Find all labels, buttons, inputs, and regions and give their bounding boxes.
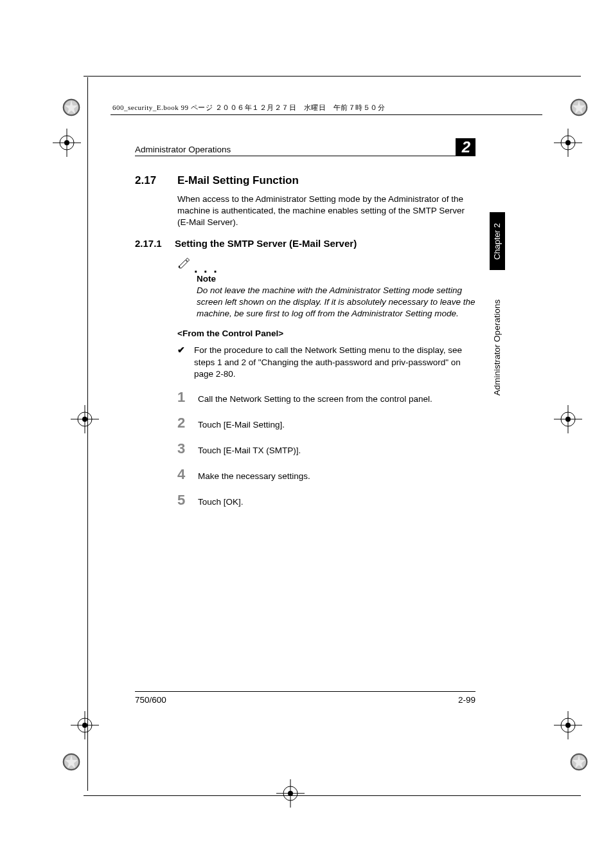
step-number: 2	[177, 415, 198, 431]
source-file-line: 600_security_E.book 99 ページ ２００６年１２月２７日 水…	[112, 103, 385, 113]
step-number: 1	[177, 389, 198, 406]
step-number: 5	[177, 492, 198, 509]
source-file-rule	[111, 114, 542, 115]
subsection-number: 2.17.1	[135, 238, 167, 249]
step-text: Touch [E-Mail TX (SMTP)].	[198, 445, 301, 455]
side-chapter-label: Chapter 2	[493, 222, 502, 259]
svg-point-31	[565, 723, 571, 728]
svg-point-35	[288, 791, 293, 796]
registration-target-icon	[71, 405, 99, 433]
step-text: Make the necessary settings.	[198, 471, 310, 481]
note-label: Note	[197, 274, 475, 284]
registration-target-icon	[71, 711, 99, 739]
check-text: For the procedure to call the Network Se…	[194, 345, 475, 380]
registration-target-icon	[554, 405, 582, 433]
svg-point-19	[82, 417, 87, 422]
registration-target-icon	[554, 711, 582, 739]
page-content: Administrator Operations 2 2.17 E-Mail S…	[135, 136, 475, 518]
page-footer: 750/600 2-99	[135, 691, 475, 705]
registration-target-icon	[53, 129, 81, 157]
section-heading: 2.17 E-Mail Setting Function	[135, 174, 475, 187]
crop-frame-top	[84, 76, 581, 77]
registration-star-icon	[62, 752, 81, 772]
step-row: 2 Touch [E-Mail Setting].	[177, 415, 475, 431]
svg-point-15	[565, 140, 571, 145]
registration-target-icon	[276, 779, 305, 808]
step-number: 3	[177, 440, 198, 457]
section-title: E-Mail Setting Function	[177, 174, 299, 187]
step-row: 5 Touch [OK].	[177, 492, 475, 509]
header-title: Administrator Operations	[135, 145, 231, 154]
step-row: 3 Touch [E-Mail TX (SMTP)].	[177, 440, 475, 457]
step-number: 4	[177, 466, 198, 483]
side-chapter-tab: Chapter 2	[490, 212, 505, 270]
step-row: 4 Make the necessary settings.	[177, 466, 475, 483]
registration-star-icon	[62, 98, 81, 117]
subsection-title: Setting the SMTP Server (E-Mail Server)	[175, 238, 357, 249]
check-item: ✔ For the procedure to call the Network …	[177, 345, 475, 380]
note-block: . . . Note Do not leave the machine with…	[177, 257, 475, 320]
registration-target-icon	[554, 129, 582, 157]
registration-star-icon	[569, 752, 589, 772]
procedure-subhead: <From the Control Panel>	[177, 329, 475, 338]
note-icon	[177, 257, 191, 273]
note-dots: . . .	[194, 265, 218, 271]
section-intro: When access to the Administrator Setting…	[177, 194, 475, 229]
svg-point-23	[565, 417, 571, 422]
footer-model: 750/600	[135, 695, 166, 705]
registration-star-icon	[569, 98, 589, 117]
svg-point-11	[64, 140, 69, 145]
footer-page-number: 2-99	[458, 695, 475, 705]
crop-frame-bottom	[84, 795, 581, 796]
step-text: Call the Network Setting to the screen f…	[198, 393, 432, 404]
step-text: Touch [E-Mail Setting].	[198, 419, 285, 429]
step-text: Touch [OK].	[198, 496, 244, 507]
section-number: 2.17	[135, 174, 167, 187]
check-icon: ✔	[177, 345, 194, 380]
side-section-label: Administrator Operations	[490, 283, 505, 411]
page-header: Administrator Operations 2	[135, 136, 475, 156]
step-row: 1 Call the Network Setting to the screen…	[177, 389, 475, 406]
svg-point-27	[82, 723, 87, 728]
chapter-number-badge: 2	[456, 138, 475, 156]
note-body: Do not leave the machine with the Admini…	[197, 285, 475, 320]
crop-frame-left	[87, 77, 88, 791]
subsection-heading: 2.17.1 Setting the SMTP Server (E-Mail S…	[135, 238, 475, 249]
